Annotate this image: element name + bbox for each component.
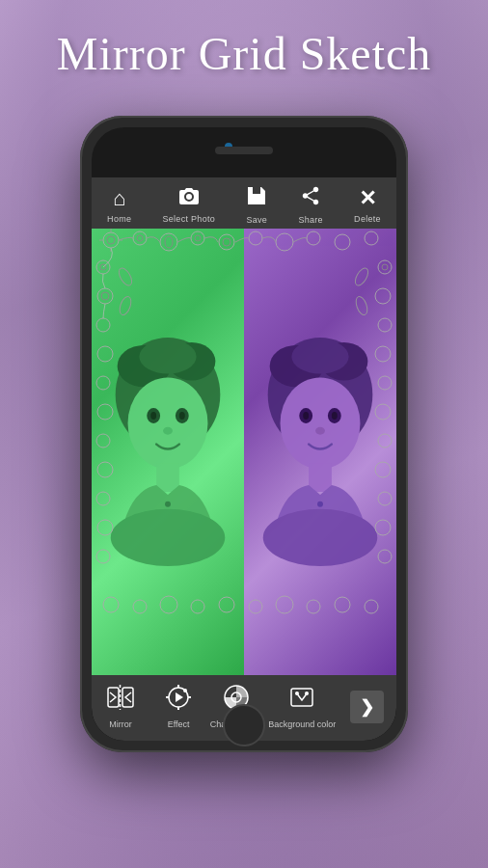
svg-rect-10 [156, 463, 179, 492]
phone-speaker [215, 147, 273, 154]
share-icon [300, 185, 321, 212]
phone-shell: ⌂ Home Select Photo [80, 116, 408, 752]
next-button[interactable]: ❯ [340, 691, 393, 723]
svg-point-22 [303, 412, 309, 420]
svg-point-19 [281, 377, 361, 469]
home-icon: ⌂ [113, 186, 125, 211]
next-arrow-box[interactable]: ❯ [350, 691, 384, 723]
select-photo-label: Select Photo [162, 214, 215, 224]
effect-button[interactable]: Effect [152, 685, 205, 729]
svg-point-101 [295, 692, 299, 695]
photo-right [244, 229, 396, 675]
toolbar-select-photo-button[interactable]: Select Photo [162, 186, 215, 224]
svg-point-9 [163, 427, 173, 435]
effect-label: Effect [168, 719, 190, 729]
toolbar-save-button[interactable]: Save [246, 185, 267, 225]
next-arrow-icon: ❯ [360, 696, 374, 718]
background-color-button[interactable]: Background color [268, 685, 336, 729]
share-label: Share [298, 215, 323, 225]
image-area [92, 229, 396, 675]
svg-point-18 [291, 339, 348, 374]
svg-rect-25 [309, 463, 332, 492]
svg-point-24 [315, 427, 325, 435]
toolbar-delete-button[interactable]: ✕ Delete [354, 186, 381, 224]
svg-point-23 [332, 412, 338, 420]
delete-label: Delete [354, 214, 381, 224]
svg-point-26 [317, 502, 323, 507]
background-color-icon [289, 685, 314, 716]
svg-point-102 [305, 692, 309, 695]
photo-left [92, 229, 244, 675]
mirror-label: Mirror [109, 719, 132, 729]
app-title: Mirror Grid Sketch [0, 27, 488, 80]
svg-point-97 [183, 689, 187, 692]
svg-point-8 [179, 412, 185, 420]
phone-screen: ⌂ Home Select Photo [92, 177, 396, 741]
camera-icon [178, 186, 200, 211]
phone-inner: ⌂ Home Select Photo [92, 127, 396, 741]
svg-rect-89 [108, 688, 119, 707]
save-icon [246, 185, 267, 212]
svg-point-4 [128, 377, 208, 469]
top-toolbar: ⌂ Home Select Photo [92, 177, 396, 229]
svg-rect-90 [122, 688, 133, 707]
home-label: Home [107, 214, 131, 224]
svg-point-11 [165, 502, 171, 507]
photo-grid [92, 229, 396, 675]
delete-icon: ✕ [359, 186, 376, 211]
svg-rect-100 [291, 689, 312, 706]
toolbar-share-button[interactable]: Share [298, 185, 323, 225]
toolbar-home-button[interactable]: ⌂ Home [107, 186, 131, 224]
effect-icon [166, 685, 191, 716]
mirror-icon [107, 685, 134, 716]
save-label: Save [246, 215, 267, 225]
svg-point-7 [150, 412, 156, 420]
svg-point-14 [111, 509, 226, 566]
svg-point-3 [139, 339, 196, 374]
home-button[interactable] [223, 704, 265, 746]
mirror-button[interactable]: Mirror [95, 685, 148, 729]
background-color-label: Background color [268, 719, 336, 729]
svg-point-29 [263, 509, 378, 566]
